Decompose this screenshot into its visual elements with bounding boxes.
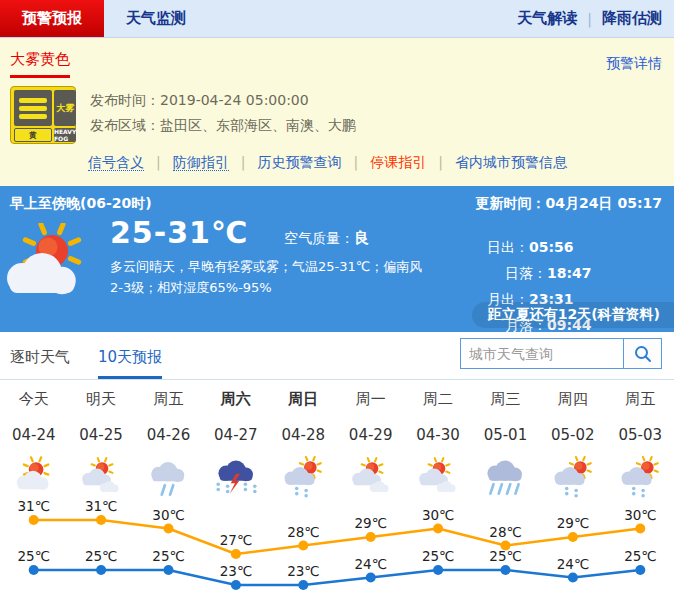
divider: | xyxy=(241,154,246,170)
heavy-fog-yellow-warning-icon: 大雾 黄 HEAVY FOG xyxy=(10,86,76,144)
publish-time: 发布时间：2019-04-24 05:00:00 xyxy=(90,88,356,113)
day-name-05-01[interactable]: 周三 xyxy=(472,390,539,416)
day-name-04-24[interactable]: 今天 xyxy=(0,390,67,416)
day-date-05-02: 05-02 xyxy=(539,426,606,454)
temp-label: 24℃ xyxy=(355,555,387,571)
day-names-row: 今天明天周五周六周日周一周二周三周四周五 xyxy=(0,390,674,416)
sun-rain-icon xyxy=(270,456,337,498)
tab-weather-monitor[interactable]: 天气监测 xyxy=(104,0,208,37)
day-name-04-27[interactable]: 周六 xyxy=(202,390,269,416)
warning-links-row: 信号含义|防御指引|历史预警查询|停课指引|省内城市预警信息 xyxy=(88,154,674,172)
day-date-04-28: 04-28 xyxy=(270,426,337,454)
alert-title-fog-yellow[interactable]: 大雾黄色 xyxy=(10,50,70,78)
temp-label: 28℃ xyxy=(287,523,319,539)
day-name-04-26[interactable]: 周五 xyxy=(135,390,202,416)
fog-cn-label: 大雾 xyxy=(54,90,76,126)
temp-label: 25℃ xyxy=(489,548,521,564)
temp-label: 25℃ xyxy=(624,548,656,564)
temp-label: 23℃ xyxy=(220,563,252,579)
temp-label: 25℃ xyxy=(422,548,454,564)
temp-label: 25℃ xyxy=(18,548,50,564)
divider: | xyxy=(156,154,161,170)
temp-label: 27℃ xyxy=(220,532,252,548)
day-date-04-30: 04-30 xyxy=(404,426,471,454)
day-date-04-24: 04-24 xyxy=(0,426,67,454)
day-date-04-29: 04-29 xyxy=(337,426,404,454)
temp-label: 29℃ xyxy=(355,515,387,531)
link-weather-interpretation[interactable]: 天气解读 xyxy=(517,9,577,28)
update-time: 更新时间：04月24日 05:17 xyxy=(476,195,662,213)
day-dates-row: 04-2404-2504-2604-2704-2804-2904-3005-01… xyxy=(0,426,674,454)
temp-label: 24℃ xyxy=(557,555,589,571)
warning-link-0[interactable]: 信号含义 xyxy=(88,154,144,171)
tab-hourly-weather[interactable]: 逐时天气 xyxy=(10,342,70,379)
weather-description: 多云间晴天，早晚有轻雾或雾；气温25-31℃；偏南风2-3级；相对湿度65%-9… xyxy=(110,256,432,298)
rain-icon xyxy=(135,456,202,498)
temp-label: 29℃ xyxy=(557,515,589,531)
day-name-04-29[interactable]: 周一 xyxy=(337,390,404,416)
current-weather-section: 早上至傍晚(06-20时) 更新时间：04月24日 05:17 25-31℃ 空… xyxy=(0,186,674,332)
search-icon xyxy=(633,344,653,364)
temperature-range: 25-31℃ xyxy=(110,215,248,250)
temp-label: 31℃ xyxy=(85,500,117,514)
day-name-04-25[interactable]: 明天 xyxy=(67,390,134,416)
day-icons-row xyxy=(0,456,674,498)
sun-rain-icon xyxy=(607,456,674,498)
fog-en-label: HEAVY FOG xyxy=(54,128,76,142)
day-date-04-26: 04-26 xyxy=(135,426,202,454)
tab-10day-forecast[interactable]: 10天预报 xyxy=(98,342,162,379)
search-input[interactable] xyxy=(461,339,623,368)
warning-link-4[interactable]: 省内城市预警信息 xyxy=(455,154,567,170)
divider: | xyxy=(353,154,358,170)
warning-link-3[interactable]: 停课指引 xyxy=(370,154,426,170)
day-name-05-03[interactable]: 周五 xyxy=(607,390,674,416)
publish-area: 发布区域：盐田区、东部海区、南澳、大鹏 xyxy=(90,113,356,138)
sun-clouds-icon xyxy=(404,456,471,498)
day-date-05-03: 05-03 xyxy=(607,426,674,454)
top-nav-links: 天气解读 | 降雨估测 xyxy=(517,0,674,37)
day-name-04-28[interactable]: 周日 xyxy=(270,390,337,416)
divider: | xyxy=(587,11,592,27)
link-rain-estimate[interactable]: 降雨估测 xyxy=(602,9,662,28)
sun-cloud-icon xyxy=(0,456,67,498)
temp-label: 30℃ xyxy=(624,506,656,522)
sun-clouds-icon xyxy=(337,456,404,498)
day-name-04-30[interactable]: 周二 xyxy=(404,390,471,416)
search-button[interactable] xyxy=(623,339,661,368)
temp-label: 30℃ xyxy=(152,506,184,522)
warning-detail-link[interactable]: 预警详情 xyxy=(606,55,662,73)
temp-label: 28℃ xyxy=(489,523,521,539)
temp-label: 30℃ xyxy=(422,506,454,522)
top-nav: 预警预报 天气监测 天气解读 | 降雨估测 xyxy=(0,0,674,38)
temperature-line-chart: 31℃31℃30℃27℃28℃29℃30℃28℃29℃30℃25℃25℃25℃2… xyxy=(0,500,674,591)
day-date-04-27: 04-27 xyxy=(202,426,269,454)
day-name-05-02[interactable]: 周四 xyxy=(539,390,606,416)
fog-level-label: 黄 xyxy=(14,128,52,142)
forecast-period-label: 早上至傍晚(06-20时) xyxy=(10,195,152,213)
current-weather-icon-sun-cloud xyxy=(0,215,96,305)
divider: | xyxy=(438,154,443,170)
warning-link-1[interactable]: 防御指引 xyxy=(173,154,229,171)
thunder-rain-icon xyxy=(202,456,269,498)
sun-clouds-icon xyxy=(67,456,134,498)
sun-rain-icon xyxy=(539,456,606,498)
temp-label: 25℃ xyxy=(85,548,117,564)
day-date-04-25: 04-25 xyxy=(67,426,134,454)
temp-label: 31℃ xyxy=(18,500,50,514)
fog-warning-section: 大雾黄色 预警详情 大雾 黄 HEAVY FOG 发布时间：2019-04-24… xyxy=(0,38,674,186)
warning-link-2[interactable]: 历史预警查询 xyxy=(257,154,341,170)
tab-warning-forecast[interactable]: 预警预报 xyxy=(0,0,104,37)
forecast-section: 逐时天气 10天预报 今天明天周五周六周日周一周二周三周四周五 04-2404-… xyxy=(0,332,674,591)
fog-bars-glyph xyxy=(14,90,52,126)
air-quality: 空气质量：良 xyxy=(284,229,369,248)
city-weather-search xyxy=(460,338,662,369)
day-date-05-01: 05-01 xyxy=(472,426,539,454)
temp-label: 23℃ xyxy=(287,563,319,579)
temp-label: 25℃ xyxy=(152,548,184,564)
heavy-rain-icon xyxy=(472,456,539,498)
solar-term-countdown-link[interactable]: 距立夏还有12天(科普资料) xyxy=(472,302,674,328)
